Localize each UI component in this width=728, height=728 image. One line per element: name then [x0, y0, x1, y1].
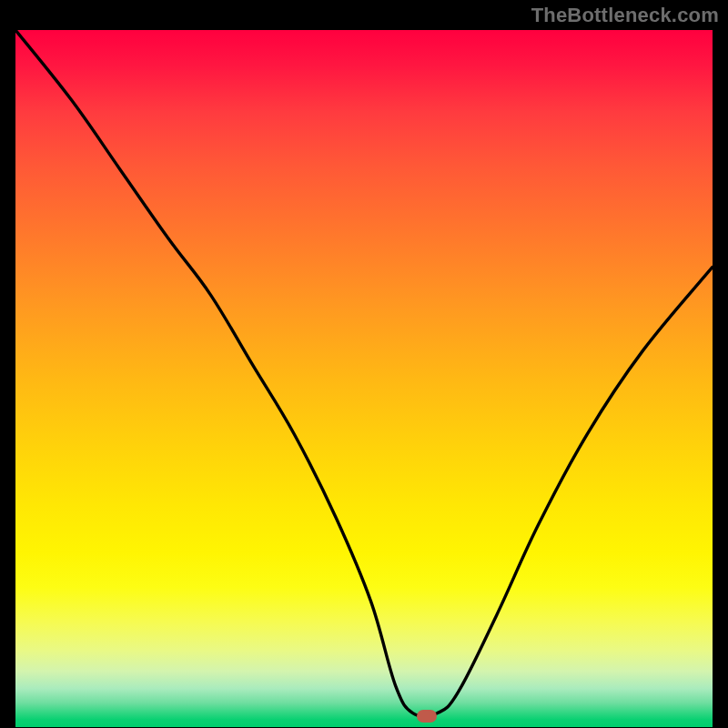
- chart-frame: TheBottleneck.com: [0, 0, 728, 728]
- optimal-point-marker: [417, 710, 437, 723]
- attribution-label: TheBottleneck.com: [531, 4, 719, 27]
- plot-area: [15, 30, 713, 727]
- bottleneck-curve: [15, 30, 713, 716]
- curve-layer: [15, 30, 713, 727]
